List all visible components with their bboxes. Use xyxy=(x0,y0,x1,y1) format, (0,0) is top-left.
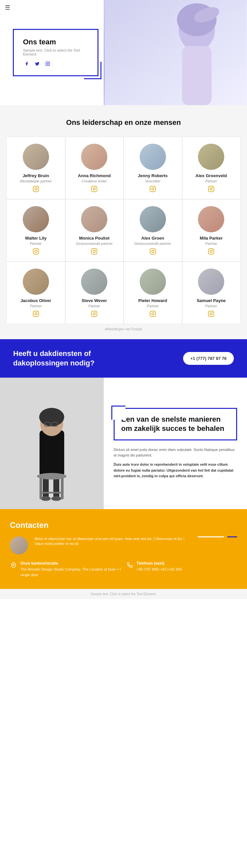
instagram-member-icon[interactable] xyxy=(149,248,156,256)
instagram-member-icon[interactable] xyxy=(208,311,214,319)
team-card: Steve Wever Partner xyxy=(65,261,124,324)
svg-point-22 xyxy=(37,250,38,250)
svg-rect-20 xyxy=(33,249,38,254)
svg-point-30 xyxy=(210,250,213,253)
success-title: Een van de snelste manieren om zakelijk … xyxy=(121,415,229,434)
team-member-name: Jacobus Oliver xyxy=(21,298,51,303)
svg-rect-23 xyxy=(91,249,97,254)
instagram-icon[interactable] xyxy=(44,60,51,67)
team-member-role: Partner xyxy=(88,304,100,308)
svg-rect-0 xyxy=(46,62,50,66)
team-avatar xyxy=(81,144,107,170)
instagram-member-icon[interactable] xyxy=(149,311,156,319)
twitter-icon[interactable] xyxy=(34,60,41,67)
svg-rect-32 xyxy=(33,311,38,317)
team-member-role: Partner xyxy=(30,304,42,308)
team-member-name: Alex Groenveld xyxy=(196,173,227,178)
avatar-image xyxy=(198,144,224,170)
svg-point-40 xyxy=(154,312,155,313)
svg-point-36 xyxy=(93,313,95,315)
team-member-name: Mila Parker xyxy=(200,236,223,241)
team-member-name: Jenny Roberts xyxy=(138,173,168,178)
svg-point-43 xyxy=(213,312,213,313)
instagram-member-icon[interactable] xyxy=(33,248,39,256)
svg-rect-29 xyxy=(209,249,214,254)
contact-office-item: Onze kantoorlocatie The Wonder Design St… xyxy=(10,561,121,578)
team-avatar xyxy=(23,206,49,232)
svg-point-37 xyxy=(95,312,96,313)
hero-box: Ons team Sample text. Click to select th… xyxy=(13,29,99,76)
team-member-role: Partner xyxy=(147,304,159,308)
instagram-member-icon[interactable] xyxy=(208,186,214,194)
team-card: Walter Lily Partner xyxy=(7,199,65,261)
footer-note-text: Sample text. Click to select the Text El… xyxy=(90,592,157,596)
location-icon xyxy=(10,562,17,569)
team-card: Jenny Roberts Voorzitter xyxy=(124,137,182,199)
svg-rect-14 xyxy=(150,186,156,192)
team-member-name: Monica Pouliot xyxy=(79,236,109,241)
hero-right-panel xyxy=(104,0,247,105)
contact-phone-content: Telefoon (vast) +90 (767 800) +62 (+62 3… xyxy=(137,561,182,572)
contact-line-white xyxy=(198,536,224,537)
hero-title: Ons team xyxy=(23,38,88,46)
hero-section: ☰ Ons team Sample text. Click to select … xyxy=(0,0,247,105)
team-card: Jacobus Oliver Partner xyxy=(7,261,65,324)
contact-title: Contacten xyxy=(10,521,237,530)
team-avatar xyxy=(140,144,166,170)
instagram-member-icon[interactable] xyxy=(33,186,39,194)
team-avatar xyxy=(23,269,49,295)
svg-point-2 xyxy=(48,62,49,63)
hamburger-menu[interactable]: ☰ xyxy=(5,4,10,11)
svg-rect-38 xyxy=(150,311,156,317)
facebook-icon[interactable] xyxy=(23,60,30,67)
svg-rect-8 xyxy=(33,186,38,192)
svg-point-27 xyxy=(152,250,154,253)
team-avatar xyxy=(23,144,49,170)
instagram-member-icon[interactable] xyxy=(91,186,98,194)
team-grid: Jeffrey Bruin Wereldwijde partner Anna R… xyxy=(7,137,240,324)
team-member-name: Anna Richmond xyxy=(78,173,111,178)
instagram-member-icon[interactable] xyxy=(149,186,156,194)
success-content: Een van de snelste manieren om zakelijk … xyxy=(104,378,247,509)
team-member-name: Walter Lily xyxy=(25,236,47,241)
avatar-image xyxy=(140,206,166,232)
contact-phone-label: Telefoon (vast) xyxy=(137,561,182,566)
instagram-member-icon[interactable] xyxy=(91,311,98,319)
success-title-box: Een van de snelste manieren om zakelijk … xyxy=(114,408,237,440)
svg-rect-41 xyxy=(209,311,214,317)
svg-point-34 xyxy=(37,312,38,313)
avatar-image xyxy=(81,206,107,232)
instagram-member-icon[interactable] xyxy=(91,248,98,256)
contact-line-blue xyxy=(227,536,237,537)
svg-point-33 xyxy=(34,313,37,315)
svg-point-59 xyxy=(13,564,15,566)
cta-banner: Heeft u dakdiensten of dakoplossingen no… xyxy=(0,339,247,378)
team-card: Anna Richmond Creatieve leider xyxy=(65,137,124,199)
team-avatar xyxy=(81,269,107,295)
avatar-image xyxy=(81,269,107,295)
team-section: Ons leiderschap en onze mensen Jeffrey B… xyxy=(0,105,247,339)
team-member-role: Partner xyxy=(205,179,217,183)
svg-point-10 xyxy=(37,187,38,188)
team-avatar xyxy=(81,206,107,232)
success-body-bold: Duis aute irure dolor in reprehenderit i… xyxy=(114,462,237,479)
avatar-image xyxy=(23,206,49,232)
contact-office-value: The Wonder Design Studio Company, The Lo… xyxy=(21,567,121,578)
svg-point-42 xyxy=(210,313,213,315)
instagram-member-icon[interactable] xyxy=(33,311,39,319)
cta-text: Heeft u dakdiensten of dakoplossingen no… xyxy=(13,349,112,368)
svg-point-1 xyxy=(47,63,48,65)
hero-social-links xyxy=(23,60,88,67)
avatar-image xyxy=(198,206,224,232)
team-card: Jeffrey Bruin Wereldwijde partner xyxy=(7,137,65,199)
instagram-member-icon[interactable] xyxy=(208,248,214,256)
svg-point-31 xyxy=(213,250,213,250)
team-member-name: Steve Wever xyxy=(82,298,107,303)
svg-point-39 xyxy=(152,313,154,315)
team-member-role: Partner xyxy=(205,242,217,246)
svg-point-25 xyxy=(95,250,96,250)
svg-rect-56 xyxy=(39,478,42,499)
cta-phone-button[interactable]: +1 (777) 787 87 76 xyxy=(183,352,234,365)
svg-point-13 xyxy=(95,187,96,188)
avatar-image xyxy=(23,144,49,170)
